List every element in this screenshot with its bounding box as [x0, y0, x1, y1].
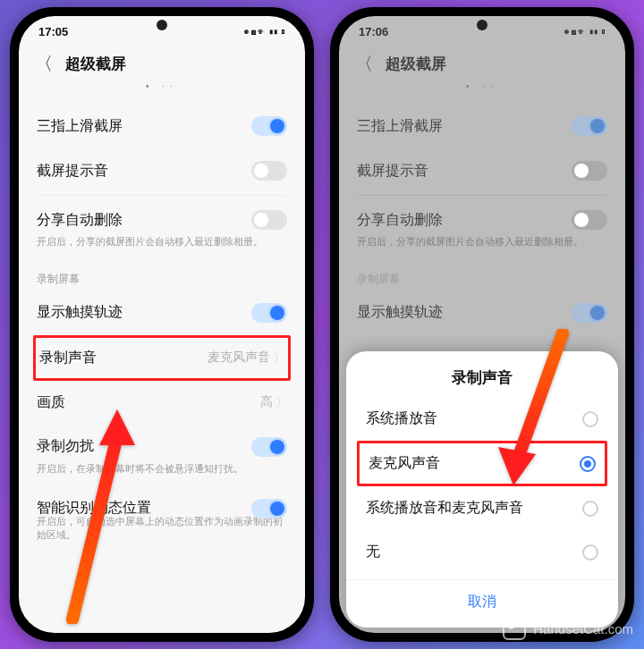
row-description: 开启后，在录制屏幕时将不会被悬浮通知打扰。	[37, 462, 287, 486]
option-label: 麦克风声音	[369, 454, 440, 473]
option-microphone[interactable]: 麦克风声音	[360, 443, 605, 484]
row-three-finger[interactable]: 三指上滑截屏	[357, 104, 607, 148]
divider	[37, 195, 287, 196]
page-indicator: • ··	[19, 81, 305, 104]
phone-right: 17:06 ◎ ▧ ᯤ ▮▮ ▯ 〈 超级截屏 • ·· 三指上滑截屏 截屏提示…	[330, 7, 634, 642]
row-three-finger[interactable]: 三指上滑截屏	[37, 104, 287, 148]
status-time: 17:05	[38, 25, 68, 38]
front-camera-icon	[477, 20, 487, 30]
row-label: 截屏提示音	[37, 162, 108, 181]
row-label: 三指上滑截屏	[357, 117, 443, 136]
page-title: 超级截屏	[386, 54, 446, 74]
option-label: 系统播放音和麦克风声音	[366, 499, 523, 518]
highlight-record-audio: 录制声音 麦克风声音 〉	[33, 335, 291, 381]
section-title: 录制屏幕	[357, 259, 607, 291]
row-label: 画质	[37, 393, 65, 412]
row-shutter-sound[interactable]: 截屏提示音	[37, 148, 287, 193]
toggle-on-icon[interactable]	[251, 499, 287, 518]
radio-unselected-icon[interactable]	[582, 501, 598, 517]
option-none[interactable]: 无	[346, 530, 618, 574]
cancel-button[interactable]: 取消	[346, 579, 618, 619]
status-time: 17:06	[359, 25, 388, 38]
header: 〈 超级截屏	[19, 43, 305, 81]
row-value: 麦克风声音 〉	[208, 350, 284, 366]
row-label: 显示触摸轨迹	[37, 303, 123, 322]
page-indicator: • ··	[339, 81, 625, 104]
back-icon[interactable]: 〈	[35, 52, 53, 76]
modal-title: 录制声音	[346, 367, 618, 397]
row-quality[interactable]: 画质 高 〉	[37, 381, 287, 425]
row-description: 开启后，分享的截屏图片会自动移入最近删除相册。	[357, 235, 607, 259]
handsetcat-logo-icon	[503, 617, 526, 640]
front-camera-icon	[157, 20, 167, 30]
toggle-on-icon[interactable]	[572, 303, 607, 323]
watermark-text: HandsetCat.com	[533, 621, 633, 636]
row-label: 三指上滑截屏	[37, 117, 123, 136]
chevron-right-icon: 〉	[276, 395, 287, 410]
option-label: 系统播放音	[366, 409, 437, 428]
record-audio-modal: 录制声音 系统播放音 麦克风声音 系统播放音和麦克风声音 无	[346, 351, 618, 628]
radio-unselected-icon[interactable]	[582, 544, 598, 560]
page-title: 超级截屏	[65, 54, 126, 74]
toggle-off-icon[interactable]	[572, 161, 607, 181]
section-title: 录制屏幕	[37, 259, 287, 291]
screen-left: 17:05 ◎ ▧ ᯤ ▮▮ ▯ 〈 超级截屏 • ·· 三指上滑截屏 截屏提示…	[19, 16, 305, 633]
option-system-audio[interactable]: 系统播放音	[346, 397, 618, 441]
row-value: 高 〉	[260, 394, 287, 410]
highlight-mic-option: 麦克风声音	[357, 441, 607, 486]
radio-selected-icon[interactable]	[580, 456, 596, 472]
row-label: 显示触摸轨迹	[357, 303, 443, 322]
toggle-on-icon[interactable]	[251, 116, 287, 136]
row-record-audio[interactable]: 录制声音 麦克风声音 〉	[39, 338, 284, 378]
phone-left: 17:05 ◎ ▧ ᯤ ▮▮ ▯ 〈 超级截屏 • ·· 三指上滑截屏 截屏提示…	[10, 7, 314, 642]
header: 〈 超级截屏	[339, 43, 625, 81]
toggle-on-icon[interactable]	[572, 116, 607, 136]
row-description: 开启后，可自动选中屏幕上的动态位置作为动画录制的初始区域。	[37, 515, 287, 552]
screen-right: 17:06 ◎ ▧ ᯤ ▮▮ ▯ 〈 超级截屏 • ·· 三指上滑截屏 截屏提示…	[339, 16, 625, 633]
row-label: 录制声音	[39, 349, 97, 367]
toggle-off-icon[interactable]	[572, 210, 607, 230]
option-both[interactable]: 系统播放音和麦克风声音	[346, 486, 618, 530]
chevron-right-icon: 〉	[274, 350, 284, 366]
toggle-on-icon[interactable]	[251, 303, 287, 323]
watermark: HandsetCat.com	[503, 617, 633, 640]
row-description: 开启后，分享的截屏图片会自动移入最近删除相册。	[37, 235, 287, 259]
row-label: 录制勿扰	[37, 437, 94, 456]
radio-unselected-icon[interactable]	[582, 411, 598, 427]
row-label: 分享自动删除	[357, 211, 443, 230]
row-show-touch[interactable]: 显示触摸轨迹	[357, 291, 607, 335]
row-label: 截屏提示音	[357, 162, 428, 181]
divider	[357, 195, 607, 196]
back-icon[interactable]: 〈	[355, 52, 373, 76]
option-label: 无	[366, 543, 380, 561]
toggle-off-icon[interactable]	[251, 161, 287, 181]
status-icons: ◎ ▧ ᯤ ▮▮ ▯	[564, 27, 606, 37]
row-shutter-sound[interactable]: 截屏提示音	[357, 148, 607, 193]
row-label: 分享自动删除	[37, 211, 123, 230]
row-show-touch[interactable]: 显示触摸轨迹	[37, 291, 287, 335]
toggle-on-icon[interactable]	[251, 437, 287, 457]
toggle-off-icon[interactable]	[251, 210, 287, 230]
status-icons: ◎ ▧ ᯤ ▮▮ ▯	[244, 27, 285, 37]
